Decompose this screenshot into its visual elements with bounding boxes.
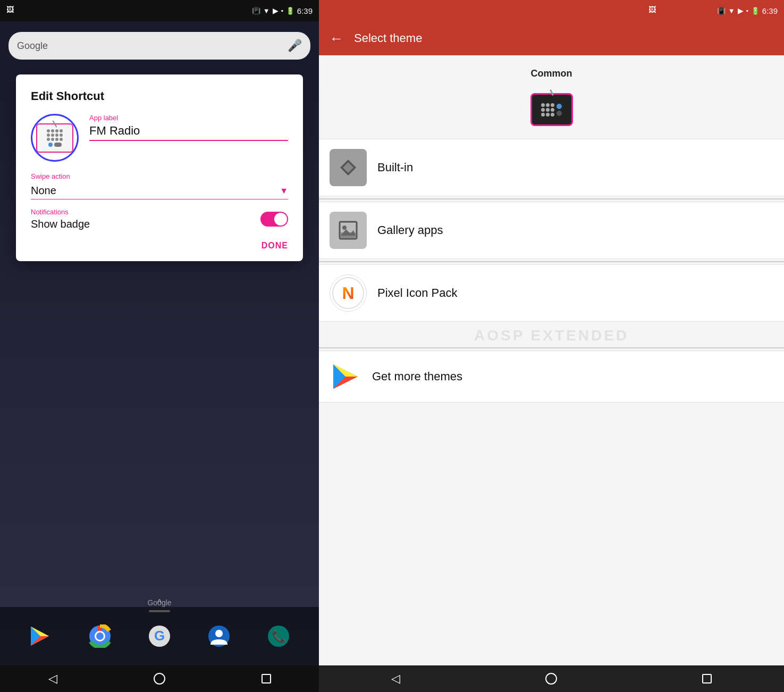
divider-2 [319, 261, 784, 262]
radio-dots [48, 143, 62, 147]
theme-item-gallery-apps[interactable]: Gallery apps [319, 202, 784, 259]
left-status-bar: 🖼 📳 ▼ ▶ ▪ 🔋 6:39 [0, 0, 319, 21]
pixel-icon-pack-icon: N [330, 274, 367, 312]
home-nav-button[interactable] [154, 673, 165, 685]
phone-icon: 📞 [267, 624, 290, 648]
play-store-color-icon [332, 363, 359, 390]
built-in-icon [330, 149, 367, 186]
mic-icon[interactable]: 🎤 [288, 39, 302, 53]
theme-list-content: Common [319, 55, 784, 692]
get-more-themes-icon [330, 361, 361, 393]
badge-label: Show badge [31, 218, 90, 230]
radio-grid [47, 129, 63, 141]
theme-item-pixel-icon-pack[interactable]: N Pixel Icon Pack [319, 264, 784, 322]
dialog-title: Edit Shortcut [31, 89, 288, 103]
notif-label: Notifications [31, 208, 90, 216]
svg-point-13 [342, 226, 347, 230]
left-nav-bar: ◁ [0, 665, 319, 692]
left-time: 6:39 [297, 6, 313, 15]
gallery-apps-label: Gallery apps [377, 223, 443, 237]
swipe-dropdown[interactable]: None ▼ [31, 185, 288, 197]
divider-3 [319, 347, 784, 348]
app-icon-circle[interactable] [31, 114, 79, 162]
right-status-icons: 📳 ▼ ▶ ▪ 🔋 6:39 [717, 6, 778, 15]
dock-google[interactable]: G [144, 620, 175, 652]
r-signal-block-icon: ▪ [746, 7, 748, 14]
svg-text:G: G [154, 628, 165, 644]
diamond-icon [338, 157, 359, 178]
r-wifi-icon: ▼ [728, 7, 735, 15]
dropdown-arrow-icon: ▼ [280, 186, 288, 196]
signal-icon: ▶ [273, 6, 279, 15]
aosp-watermark: AOSP EXTENDED [319, 324, 784, 347]
swipe-section: Swipe action None ▼ [31, 172, 288, 199]
built-in-label: Built-in [377, 161, 413, 174]
dialog-app-row: App label [31, 114, 288, 162]
notifications-left: Notifications Show badge [31, 208, 90, 230]
pixel-icon-pack-label: Pixel Icon Pack [377, 286, 457, 300]
chrome-icon [88, 624, 112, 648]
app-label-field: App label [89, 114, 288, 122]
app-label-section: App label [89, 114, 288, 141]
google-text: Google [17, 40, 48, 52]
right-image-icon: 🖼 [648, 5, 656, 14]
svg-point-6 [215, 630, 223, 637]
notifications-section: Notifications Show badge [31, 208, 288, 230]
dock-contacts[interactable] [203, 620, 235, 652]
r-battery-icon: 🔋 [751, 7, 760, 15]
gallery-apps-icon [330, 212, 367, 249]
toolbar-title: Select theme [354, 31, 422, 45]
r-vibrate-icon: 📳 [717, 7, 726, 15]
show-badge-toggle[interactable] [260, 212, 288, 227]
theme-item-get-more-themes[interactable]: Get more themes [319, 351, 784, 403]
gallery-icon [338, 220, 359, 241]
play-store-icon [29, 624, 52, 648]
right-nav-bar: ◁ [319, 665, 784, 692]
back-nav-button[interactable]: ◁ [48, 672, 57, 686]
theme-preview-icon [530, 93, 573, 126]
swipe-value: None [31, 185, 56, 197]
dock-phone[interactable]: 📞 [263, 620, 294, 652]
google-g-icon: G [148, 624, 171, 648]
get-more-themes-label: Get more themes [372, 370, 462, 383]
contacts-icon [207, 624, 231, 648]
fm-radio-icon [36, 123, 73, 153]
toolbar-back-button[interactable]: ← [330, 30, 343, 47]
battery-icon: 🔋 [286, 7, 294, 15]
swipe-label: Swipe action [31, 172, 288, 180]
toggle-knob [274, 213, 287, 226]
done-button[interactable]: DONE [31, 241, 288, 251]
swipe-underline [31, 199, 288, 199]
google-search-bar[interactable]: Google 🎤 [9, 32, 310, 60]
left-image-icon: 🖼 [6, 5, 14, 14]
recents-nav-button[interactable] [262, 674, 271, 683]
divider-1 [319, 198, 784, 199]
r-recents-nav-button[interactable] [702, 674, 712, 683]
left-wallpaper: Google 🎤 Edit Shortcut [0, 21, 319, 692]
theme-item-built-in[interactable]: Built-in [319, 139, 784, 196]
dock-chrome[interactable] [84, 620, 116, 652]
right-time: 6:39 [762, 6, 778, 15]
vibrate-icon: 📳 [252, 7, 260, 15]
right-panel: 🖼 📳 ▼ ▶ ▪ 🔋 6:39 ← Select theme Common [319, 0, 784, 692]
app-dock: G 📞 [0, 607, 319, 665]
right-toolbar: ← Select theme [319, 21, 784, 55]
dock-play-store[interactable] [24, 620, 56, 652]
pixel-n-circle: N [332, 277, 364, 309]
right-status-bar: 🖼 📳 ▼ ▶ ▪ 🔋 6:39 [319, 0, 784, 21]
svg-point-2 [96, 632, 104, 640]
svg-text:📞: 📞 [272, 629, 286, 644]
signal-block-icon: ▪ [281, 7, 283, 14]
r-home-nav-button[interactable] [545, 673, 557, 685]
r-back-nav-button[interactable]: ◁ [391, 672, 400, 686]
section-common-header: Common [319, 55, 784, 88]
current-theme-preview [319, 88, 784, 137]
wifi-icon: ▼ [263, 7, 270, 15]
pixel-n-letter: N [342, 284, 354, 303]
r-signal-icon: ▶ [738, 6, 744, 15]
left-status-icons: 📳 ▼ ▶ ▪ 🔋 6:39 [252, 6, 313, 15]
left-panel: 🖼 📳 ▼ ▶ ▪ 🔋 6:39 Google 🎤 Edit Shortcut [0, 0, 319, 692]
app-name-input[interactable] [89, 124, 288, 141]
done-text: DONE [262, 241, 288, 250]
edit-shortcut-dialog: Edit Shortcut [16, 74, 303, 261]
